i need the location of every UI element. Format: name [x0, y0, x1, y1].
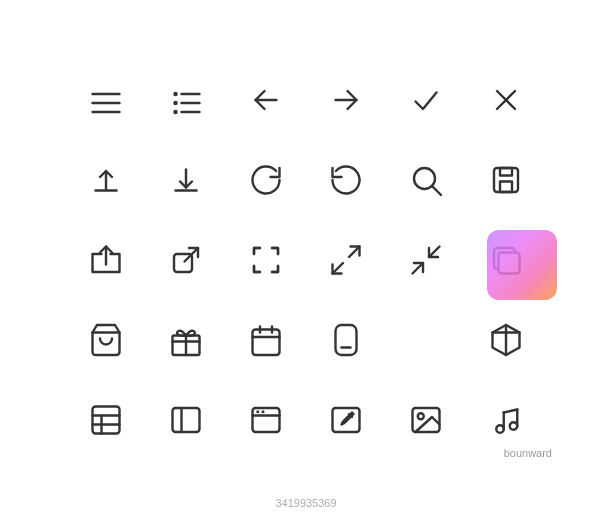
selection-expand-icon: [226, 220, 306, 300]
refresh-ccw-icon: [306, 140, 386, 220]
svg-point-3: [173, 91, 178, 96]
svg-line-58: [504, 409, 518, 412]
svg-line-26: [429, 246, 440, 257]
gradient-decoration: [487, 230, 557, 300]
svg-point-5: [173, 100, 178, 105]
svg-rect-17: [494, 168, 518, 192]
external-link-icon: [146, 220, 226, 300]
svg-line-25: [413, 263, 424, 274]
svg-line-24: [333, 263, 344, 274]
svg-point-53: [418, 413, 424, 419]
watermark-text: bounward: [504, 447, 552, 459]
refresh-cw-icon: [226, 140, 306, 220]
calendar-icon: [226, 300, 306, 380]
svg-rect-36: [336, 325, 357, 355]
stock-id-text: 3419935369: [275, 497, 336, 509]
image-photo-icon: [386, 380, 466, 460]
svg-rect-40: [93, 406, 120, 433]
checkmark-icon: [386, 60, 466, 140]
svg-point-15: [414, 168, 435, 189]
shopping-bag-icon: [66, 300, 146, 380]
gradient-blob-cell: [386, 300, 466, 380]
svg-rect-18: [500, 168, 512, 176]
sidebar-panel-icon: [146, 380, 226, 460]
list-menu-icon: [146, 60, 226, 140]
gift-icon: [146, 300, 226, 380]
cube-3d-icon: [466, 300, 546, 380]
table-grid-icon: [66, 380, 146, 460]
edit-pencil-icon: [306, 380, 386, 460]
phone-rounded-icon: [306, 300, 386, 380]
search-icon: [386, 140, 466, 220]
arrow-left-icon: [226, 60, 306, 140]
fullscreen-expand-icon: [306, 220, 386, 300]
svg-line-23: [349, 246, 360, 257]
svg-line-16: [433, 186, 441, 194]
browser-window-icon: [226, 380, 306, 460]
upload-icon: [66, 140, 146, 220]
share-forward-icon: [66, 220, 146, 300]
close-x-icon: [466, 60, 546, 140]
svg-point-49: [262, 410, 265, 413]
download-icon: [146, 140, 226, 220]
arrow-right-icon: [306, 60, 386, 140]
fullscreen-compress-icon: [386, 220, 466, 300]
svg-rect-44: [173, 408, 200, 432]
svg-point-48: [256, 410, 259, 413]
svg-rect-32: [253, 329, 280, 355]
svg-rect-19: [500, 181, 512, 192]
hamburger-menu-icon: [66, 60, 146, 140]
svg-point-7: [173, 109, 178, 114]
save-icon: [466, 140, 546, 220]
